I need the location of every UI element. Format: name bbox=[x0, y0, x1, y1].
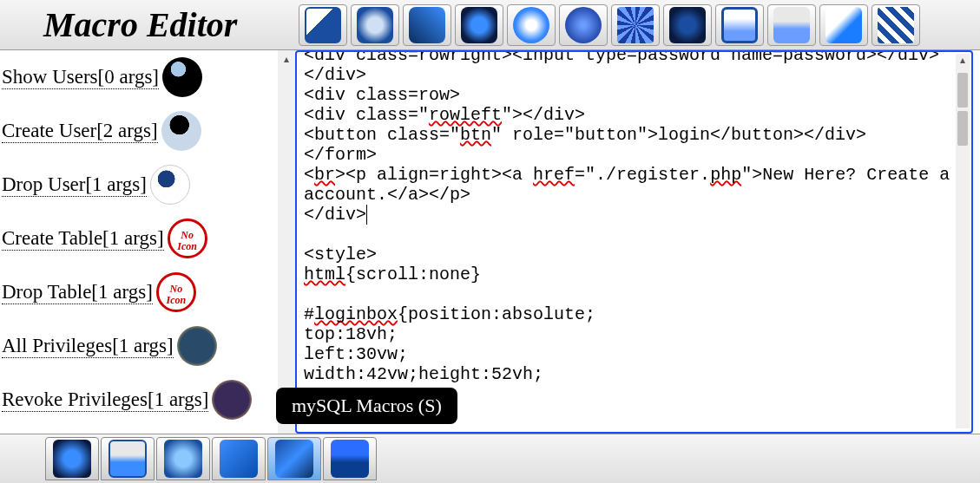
macro-label: Drop User[1 args] bbox=[2, 173, 147, 197]
macro-label: Show Users[0 args] bbox=[2, 66, 159, 89]
editor-scrollbar[interactable]: ▴ bbox=[956, 54, 970, 428]
toolbar-icon bbox=[825, 7, 862, 43]
macro-item-create-table[interactable]: Create Table[1 args] No Icon bbox=[0, 212, 278, 265]
scroll-thumb[interactable] bbox=[957, 111, 968, 146]
macro-sidebar: Show Users[0 args] Create User[2 args] D… bbox=[0, 50, 278, 434]
macro-item-all-privileges[interactable]: All Privileges[1 args] bbox=[0, 319, 278, 373]
sidebar-scrollbar[interactable]: ▴ bbox=[278, 50, 295, 434]
toolbar-icon bbox=[617, 7, 654, 43]
toolbar-icon bbox=[773, 7, 810, 43]
scroll-thumb[interactable] bbox=[957, 73, 968, 108]
toolbar-button-11[interactable] bbox=[819, 4, 868, 46]
toolbar-button-10[interactable] bbox=[767, 4, 816, 46]
bottom-tab-3[interactable] bbox=[156, 437, 210, 480]
toolbar-icon bbox=[878, 7, 914, 43]
tab-icon bbox=[275, 440, 313, 478]
user-silhouette-icon bbox=[161, 111, 201, 151]
code-editor[interactable]: <div class=rowright><input type=password… bbox=[295, 50, 973, 434]
toolbar-icon bbox=[565, 7, 602, 43]
macro-label: Create User[2 args] bbox=[2, 120, 158, 143]
scroll-up-arrow-icon[interactable]: ▴ bbox=[279, 51, 294, 67]
top-toolbar bbox=[295, 0, 980, 50]
macro-label: All Privileges[1 args] bbox=[2, 335, 174, 358]
toolbar-button-4[interactable] bbox=[455, 4, 503, 46]
user-silhouette-icon bbox=[162, 57, 202, 97]
toolbar-button-5[interactable] bbox=[507, 4, 556, 46]
toolbar-button-7[interactable] bbox=[611, 4, 660, 46]
toolbar-button-1[interactable] bbox=[299, 4, 347, 46]
user-silhouette-icon bbox=[150, 165, 190, 205]
balance-scale-icon bbox=[212, 380, 252, 420]
toolbar-icon bbox=[305, 7, 341, 43]
macro-item-drop-table[interactable]: Drop Table[1 args] No Icon bbox=[0, 265, 278, 319]
toolbar-icon bbox=[669, 7, 706, 43]
no-icon: No Icon bbox=[168, 219, 207, 258]
macro-item-show-users[interactable]: Show Users[0 args] bbox=[0, 50, 278, 104]
bottom-tab-2[interactable] bbox=[101, 437, 155, 480]
toolbar-button-6[interactable] bbox=[559, 4, 608, 46]
macro-item-drop-user[interactable]: Drop User[1 args] bbox=[0, 158, 278, 212]
macro-label: Create Table[1 args] bbox=[2, 227, 164, 251]
title-bar: Macro Editor bbox=[0, 0, 295, 50]
macro-label: Drop Table[1 args] bbox=[2, 281, 153, 304]
scroll-up-arrow-icon[interactable]: ▴ bbox=[956, 54, 970, 67]
bottom-tab-mysql-macros[interactable] bbox=[267, 437, 321, 480]
bottom-tab-6[interactable] bbox=[323, 437, 377, 480]
app-title: Macro Editor bbox=[0, 4, 237, 45]
macro-label: Revoke Privileges[1 args] bbox=[2, 388, 208, 412]
toolbar-icon bbox=[461, 7, 497, 43]
bottom-tab-bar bbox=[0, 434, 980, 483]
toolbar-icon bbox=[357, 7, 393, 43]
no-icon: No Icon bbox=[156, 272, 196, 312]
toolbar-button-8[interactable] bbox=[663, 4, 712, 46]
macro-item-revoke-privileges[interactable]: Revoke Privileges[1 args] bbox=[0, 373, 278, 427]
tab-icon bbox=[53, 440, 91, 478]
toolbar-button-12[interactable] bbox=[871, 4, 920, 46]
tab-icon bbox=[220, 440, 258, 478]
tab-icon bbox=[164, 440, 202, 478]
toolbar-button-2[interactable] bbox=[351, 4, 399, 46]
toolbar-icon bbox=[721, 7, 758, 43]
tooltip: mySQL Macros (S) bbox=[276, 388, 457, 424]
bottom-tab-1[interactable] bbox=[45, 437, 99, 480]
toolbar-button-3[interactable] bbox=[403, 4, 451, 46]
bottom-tab-4[interactable] bbox=[212, 437, 266, 480]
toolbar-icon bbox=[513, 7, 549, 43]
toolbar-icon bbox=[409, 7, 445, 43]
balance-scale-icon bbox=[177, 326, 217, 366]
toolbar-button-9[interactable] bbox=[715, 4, 764, 46]
macro-item-create-user[interactable]: Create User[2 args] bbox=[0, 104, 278, 158]
tab-icon bbox=[331, 440, 369, 478]
tab-icon bbox=[109, 440, 147, 478]
